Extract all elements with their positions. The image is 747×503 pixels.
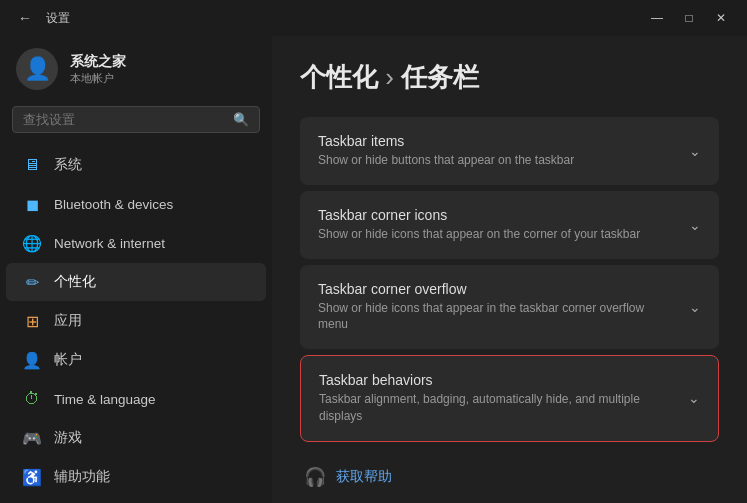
close-button[interactable]: ✕ bbox=[707, 8, 735, 28]
nav-icon-apps: ⊞ bbox=[22, 311, 42, 331]
breadcrumb-sep: › bbox=[378, 62, 401, 92]
nav-icon-accounts: 👤 bbox=[22, 350, 42, 370]
section-title-taskbar-behaviors: Taskbar behaviors bbox=[319, 372, 676, 388]
section-title-taskbar-items: Taskbar items bbox=[318, 133, 574, 149]
section-text-taskbar-behaviors: Taskbar behaviors Taskbar alignment, bad… bbox=[319, 372, 676, 425]
sidebar-item-personalize[interactable]: ✏ 个性化 bbox=[6, 263, 266, 301]
profile-text: 系统之家 本地帐户 bbox=[70, 53, 126, 86]
username: 系统之家 bbox=[70, 53, 126, 71]
nav-label-time: Time & language bbox=[54, 392, 156, 407]
nav-label-accounts: 帐户 bbox=[54, 351, 82, 369]
chevron-icon-taskbar-items: ⌄ bbox=[689, 143, 701, 159]
nav-icon-system: 🖥 bbox=[22, 155, 42, 175]
chevron-icon-taskbar-behaviors: ⌄ bbox=[688, 390, 700, 406]
section-title-taskbar-corner-overflow: Taskbar corner overflow bbox=[318, 281, 677, 297]
bottom-link-feedback[interactable]: 👤 提供反馈 bbox=[300, 498, 719, 503]
search-input[interactable] bbox=[23, 112, 225, 127]
search-icon: 🔍 bbox=[233, 112, 249, 127]
nav-icon-time: ⏱ bbox=[22, 389, 42, 409]
section-taskbar-corner-overflow[interactable]: Taskbar corner overflow Show or hide ico… bbox=[300, 265, 719, 350]
sidebar-item-network[interactable]: 🌐 Network & internet bbox=[6, 224, 266, 262]
account-type: 本地帐户 bbox=[70, 71, 126, 86]
avatar-icon: 👤 bbox=[24, 56, 51, 82]
section-desc-taskbar-behaviors: Taskbar alignment, badging, automaticall… bbox=[319, 391, 676, 425]
sidebar: 👤 系统之家 本地帐户 🔍 🖥 系统 ◼ Bluetooth & devices… bbox=[0, 36, 272, 503]
section-taskbar-behaviors[interactable]: Taskbar behaviors Taskbar alignment, bad… bbox=[300, 355, 719, 442]
title-bar-left: ← 设置 bbox=[12, 8, 70, 28]
nav-list: 🖥 系统 ◼ Bluetooth & devices 🌐 Network & i… bbox=[0, 145, 272, 497]
nav-icon-accessibility: ♿ bbox=[22, 467, 42, 487]
sidebar-item-apps[interactable]: ⊞ 应用 bbox=[6, 302, 266, 340]
main-layout: 👤 系统之家 本地帐户 🔍 🖥 系统 ◼ Bluetooth & devices… bbox=[0, 36, 747, 503]
section-taskbar-items[interactable]: Taskbar items Show or hide buttons that … bbox=[300, 117, 719, 185]
window-title: 设置 bbox=[46, 10, 70, 27]
nav-label-gaming: 游戏 bbox=[54, 429, 82, 447]
sidebar-item-accounts[interactable]: 👤 帐户 bbox=[6, 341, 266, 379]
nav-label-apps: 应用 bbox=[54, 312, 82, 330]
section-text-taskbar-corner-overflow: Taskbar corner overflow Show or hide ico… bbox=[318, 281, 677, 334]
page-title: 个性化 › 任务栏 bbox=[300, 60, 719, 95]
sidebar-item-bluetooth[interactable]: ◼ Bluetooth & devices bbox=[6, 185, 266, 223]
profile-section: 👤 系统之家 本地帐户 bbox=[0, 36, 272, 106]
chevron-icon-taskbar-corner-overflow: ⌄ bbox=[689, 299, 701, 315]
content-area: 个性化 › 任务栏 Taskbar items Show or hide but… bbox=[272, 36, 747, 503]
window-controls: — □ ✕ bbox=[643, 8, 735, 28]
section-text-taskbar-corner-icons: Taskbar corner icons Show or hide icons … bbox=[318, 207, 640, 243]
nav-label-network: Network & internet bbox=[54, 236, 165, 251]
breadcrumb-part2: 任务栏 bbox=[401, 62, 479, 92]
nav-icon-gaming: 🎮 bbox=[22, 428, 42, 448]
breadcrumb-part1: 个性化 bbox=[300, 62, 378, 92]
title-bar: ← 设置 — □ ✕ bbox=[0, 0, 747, 36]
bottom-link-icon-get-help: 🎧 bbox=[304, 466, 326, 488]
sidebar-item-gaming[interactable]: 🎮 游戏 bbox=[6, 419, 266, 457]
sidebar-item-system[interactable]: 🖥 系统 bbox=[6, 146, 266, 184]
avatar: 👤 bbox=[16, 48, 58, 90]
section-text-taskbar-items: Taskbar items Show or hide buttons that … bbox=[318, 133, 574, 169]
bottom-links: 🎧 获取帮助 👤 提供反馈 bbox=[300, 460, 719, 503]
search-box[interactable]: 🔍 bbox=[12, 106, 260, 133]
nav-icon-personalize: ✏ bbox=[22, 272, 42, 292]
section-taskbar-corner-icons[interactable]: Taskbar corner icons Show or hide icons … bbox=[300, 191, 719, 259]
nav-icon-network: 🌐 bbox=[22, 233, 42, 253]
nav-label-bluetooth: Bluetooth & devices bbox=[54, 197, 173, 212]
section-desc-taskbar-items: Show or hide buttons that appear on the … bbox=[318, 152, 574, 169]
minimize-button[interactable]: — bbox=[643, 8, 671, 28]
section-desc-taskbar-corner-icons: Show or hide icons that appear on the co… bbox=[318, 226, 640, 243]
back-button[interactable]: ← bbox=[12, 8, 38, 28]
section-desc-taskbar-corner-overflow: Show or hide icons that appear in the ta… bbox=[318, 300, 677, 334]
nav-label-system: 系统 bbox=[54, 156, 82, 174]
sections-list: Taskbar items Show or hide buttons that … bbox=[300, 117, 719, 442]
sidebar-item-time[interactable]: ⏱ Time & language bbox=[6, 380, 266, 418]
nav-label-accessibility: 辅助功能 bbox=[54, 468, 110, 486]
maximize-button[interactable]: □ bbox=[675, 8, 703, 28]
nav-label-personalize: 个性化 bbox=[54, 273, 96, 291]
bottom-link-get-help[interactable]: 🎧 获取帮助 bbox=[300, 460, 719, 494]
nav-icon-bluetooth: ◼ bbox=[22, 194, 42, 214]
sidebar-item-accessibility[interactable]: ♿ 辅助功能 bbox=[6, 458, 266, 496]
bottom-link-label-get-help: 获取帮助 bbox=[336, 468, 392, 486]
section-title-taskbar-corner-icons: Taskbar corner icons bbox=[318, 207, 640, 223]
chevron-icon-taskbar-corner-icons: ⌄ bbox=[689, 217, 701, 233]
